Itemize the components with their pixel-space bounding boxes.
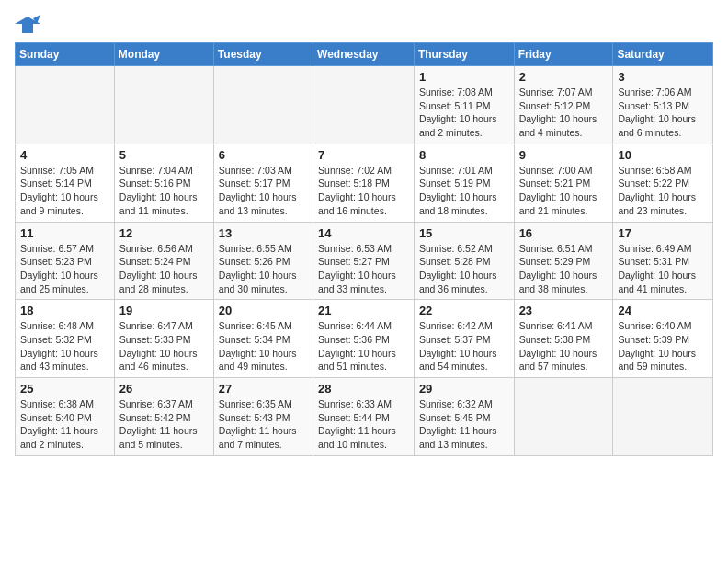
day-info: Sunrise: 6:33 AM Sunset: 5:44 PM Dayligh… bbox=[318, 397, 409, 452]
day-number: 27 bbox=[219, 382, 308, 396]
day-info: Sunrise: 6:45 AM Sunset: 5:34 PM Dayligh… bbox=[219, 319, 308, 373]
day-info: Sunrise: 7:06 AM Sunset: 5:13 PM Dayligh… bbox=[618, 86, 708, 140]
day-number: 9 bbox=[519, 148, 609, 162]
day-number: 18 bbox=[20, 304, 109, 317]
calendar-cell: 11Sunrise: 6:57 AM Sunset: 5:23 PM Dayli… bbox=[16, 222, 115, 300]
calendar-cell: 10Sunrise: 6:58 AM Sunset: 5:22 PM Dayli… bbox=[613, 144, 713, 222]
calendar-cell: 25Sunrise: 6:38 AM Sunset: 5:40 PM Dayli… bbox=[16, 378, 115, 456]
day-info: Sunrise: 6:41 AM Sunset: 5:38 PM Dayligh… bbox=[519, 319, 609, 373]
day-number: 11 bbox=[20, 226, 109, 240]
day-info: Sunrise: 6:55 AM Sunset: 5:26 PM Dayligh… bbox=[219, 242, 308, 296]
day-number: 12 bbox=[119, 226, 209, 240]
calendar-cell bbox=[313, 66, 415, 144]
day-info: Sunrise: 6:38 AM Sunset: 5:40 PM Dayligh… bbox=[20, 397, 109, 452]
calendar-cell: 26Sunrise: 6:37 AM Sunset: 5:42 PM Dayli… bbox=[114, 378, 213, 456]
calendar-cell: 29Sunrise: 6:32 AM Sunset: 5:45 PM Dayli… bbox=[414, 378, 514, 456]
day-info: Sunrise: 6:52 AM Sunset: 5:28 PM Dayligh… bbox=[419, 242, 509, 296]
day-number: 5 bbox=[119, 148, 209, 162]
day-number: 3 bbox=[618, 70, 708, 84]
day-info: Sunrise: 6:35 AM Sunset: 5:43 PM Dayligh… bbox=[219, 397, 308, 452]
weekday-header-friday: Friday bbox=[514, 43, 613, 66]
calendar-cell: 7Sunrise: 7:02 AM Sunset: 5:18 PM Daylig… bbox=[313, 144, 415, 222]
week-row-4: 18Sunrise: 6:48 AM Sunset: 5:32 PM Dayli… bbox=[16, 300, 713, 378]
day-number: 6 bbox=[219, 148, 308, 162]
day-info: Sunrise: 6:49 AM Sunset: 5:31 PM Dayligh… bbox=[618, 242, 708, 296]
day-info: Sunrise: 6:47 AM Sunset: 5:33 PM Dayligh… bbox=[119, 319, 209, 373]
day-info: Sunrise: 7:01 AM Sunset: 5:19 PM Dayligh… bbox=[419, 164, 509, 218]
calendar-cell: 9Sunrise: 7:00 AM Sunset: 5:21 PM Daylig… bbox=[514, 144, 613, 222]
day-number: 17 bbox=[618, 226, 708, 240]
day-info: Sunrise: 6:51 AM Sunset: 5:29 PM Dayligh… bbox=[519, 242, 609, 296]
day-number: 14 bbox=[318, 226, 409, 240]
calendar-cell: 3Sunrise: 7:06 AM Sunset: 5:13 PM Daylig… bbox=[613, 66, 713, 144]
day-number: 24 bbox=[618, 304, 708, 317]
calendar-cell: 20Sunrise: 6:45 AM Sunset: 5:34 PM Dayli… bbox=[213, 300, 313, 378]
calendar-cell: 5Sunrise: 7:04 AM Sunset: 5:16 PM Daylig… bbox=[114, 144, 213, 222]
day-info: Sunrise: 6:57 AM Sunset: 5:23 PM Dayligh… bbox=[20, 242, 109, 296]
calendar-cell: 28Sunrise: 6:33 AM Sunset: 5:44 PM Dayli… bbox=[313, 378, 415, 456]
calendar-cell: 19Sunrise: 6:47 AM Sunset: 5:33 PM Dayli… bbox=[114, 300, 213, 378]
day-info: Sunrise: 6:42 AM Sunset: 5:37 PM Dayligh… bbox=[419, 319, 509, 373]
calendar-cell bbox=[16, 66, 115, 144]
weekday-header-thursday: Thursday bbox=[414, 43, 514, 66]
calendar-cell: 6Sunrise: 7:03 AM Sunset: 5:17 PM Daylig… bbox=[213, 144, 313, 222]
day-info: Sunrise: 7:00 AM Sunset: 5:21 PM Dayligh… bbox=[519, 164, 609, 218]
day-info: Sunrise: 7:07 AM Sunset: 5:12 PM Dayligh… bbox=[519, 86, 609, 140]
week-row-2: 4Sunrise: 7:05 AM Sunset: 5:14 PM Daylig… bbox=[16, 144, 713, 222]
page-header bbox=[15, 15, 713, 35]
calendar-cell: 12Sunrise: 6:56 AM Sunset: 5:24 PM Dayli… bbox=[114, 222, 213, 300]
calendar-cell: 27Sunrise: 6:35 AM Sunset: 5:43 PM Dayli… bbox=[213, 378, 313, 456]
calendar-cell bbox=[114, 66, 213, 144]
day-info: Sunrise: 7:04 AM Sunset: 5:16 PM Dayligh… bbox=[119, 164, 209, 218]
day-info: Sunrise: 7:05 AM Sunset: 5:14 PM Dayligh… bbox=[20, 164, 109, 218]
calendar-cell: 21Sunrise: 6:44 AM Sunset: 5:36 PM Dayli… bbox=[313, 300, 415, 378]
day-number: 23 bbox=[519, 304, 609, 317]
day-info: Sunrise: 6:53 AM Sunset: 5:27 PM Dayligh… bbox=[318, 242, 409, 296]
logo bbox=[15, 15, 44, 35]
day-info: Sunrise: 6:32 AM Sunset: 5:45 PM Dayligh… bbox=[419, 397, 509, 452]
calendar-cell bbox=[213, 66, 313, 144]
calendar-cell: 22Sunrise: 6:42 AM Sunset: 5:37 PM Dayli… bbox=[414, 300, 514, 378]
day-number: 15 bbox=[419, 226, 509, 240]
week-row-1: 1Sunrise: 7:08 AM Sunset: 5:11 PM Daylig… bbox=[16, 66, 713, 144]
calendar-cell: 4Sunrise: 7:05 AM Sunset: 5:14 PM Daylig… bbox=[16, 144, 115, 222]
calendar-cell bbox=[514, 378, 613, 456]
day-info: Sunrise: 6:44 AM Sunset: 5:36 PM Dayligh… bbox=[318, 319, 409, 373]
calendar-table: SundayMondayTuesdayWednesdayThursdayFrid… bbox=[15, 42, 713, 456]
day-number: 29 bbox=[419, 382, 509, 396]
day-number: 4 bbox=[20, 148, 109, 162]
day-number: 19 bbox=[119, 304, 209, 317]
day-info: Sunrise: 7:02 AM Sunset: 5:18 PM Dayligh… bbox=[318, 164, 409, 218]
weekday-header-row: SundayMondayTuesdayWednesdayThursdayFrid… bbox=[16, 43, 713, 66]
calendar-cell: 18Sunrise: 6:48 AM Sunset: 5:32 PM Dayli… bbox=[16, 300, 115, 378]
calendar-cell: 13Sunrise: 6:55 AM Sunset: 5:26 PM Dayli… bbox=[213, 222, 313, 300]
day-info: Sunrise: 6:40 AM Sunset: 5:39 PM Dayligh… bbox=[618, 319, 708, 373]
weekday-header-tuesday: Tuesday bbox=[213, 43, 313, 66]
logo-bird-icon bbox=[15, 15, 40, 35]
day-number: 22 bbox=[419, 304, 509, 317]
day-info: Sunrise: 6:48 AM Sunset: 5:32 PM Dayligh… bbox=[20, 319, 109, 373]
day-number: 16 bbox=[519, 226, 609, 240]
day-info: Sunrise: 7:08 AM Sunset: 5:11 PM Dayligh… bbox=[419, 86, 509, 140]
day-number: 20 bbox=[219, 304, 308, 317]
calendar-cell: 24Sunrise: 6:40 AM Sunset: 5:39 PM Dayli… bbox=[613, 300, 713, 378]
week-row-3: 11Sunrise: 6:57 AM Sunset: 5:23 PM Dayli… bbox=[16, 222, 713, 300]
calendar-cell: 15Sunrise: 6:52 AM Sunset: 5:28 PM Dayli… bbox=[414, 222, 514, 300]
weekday-header-saturday: Saturday bbox=[613, 43, 713, 66]
day-number: 1 bbox=[419, 70, 509, 84]
weekday-header-sunday: Sunday bbox=[16, 43, 115, 66]
day-number: 10 bbox=[618, 148, 708, 162]
day-info: Sunrise: 7:03 AM Sunset: 5:17 PM Dayligh… bbox=[219, 164, 308, 218]
calendar-cell: 14Sunrise: 6:53 AM Sunset: 5:27 PM Dayli… bbox=[313, 222, 415, 300]
weekday-header-monday: Monday bbox=[114, 43, 213, 66]
week-row-5: 25Sunrise: 6:38 AM Sunset: 5:40 PM Dayli… bbox=[16, 378, 713, 456]
day-number: 7 bbox=[318, 148, 409, 162]
day-info: Sunrise: 6:37 AM Sunset: 5:42 PM Dayligh… bbox=[119, 397, 209, 452]
day-number: 25 bbox=[20, 382, 109, 396]
calendar-cell: 17Sunrise: 6:49 AM Sunset: 5:31 PM Dayli… bbox=[613, 222, 713, 300]
day-number: 28 bbox=[318, 382, 409, 396]
day-number: 21 bbox=[318, 304, 409, 317]
day-number: 2 bbox=[519, 70, 609, 84]
calendar-cell: 8Sunrise: 7:01 AM Sunset: 5:19 PM Daylig… bbox=[414, 144, 514, 222]
calendar-cell: 1Sunrise: 7:08 AM Sunset: 5:11 PM Daylig… bbox=[414, 66, 514, 144]
